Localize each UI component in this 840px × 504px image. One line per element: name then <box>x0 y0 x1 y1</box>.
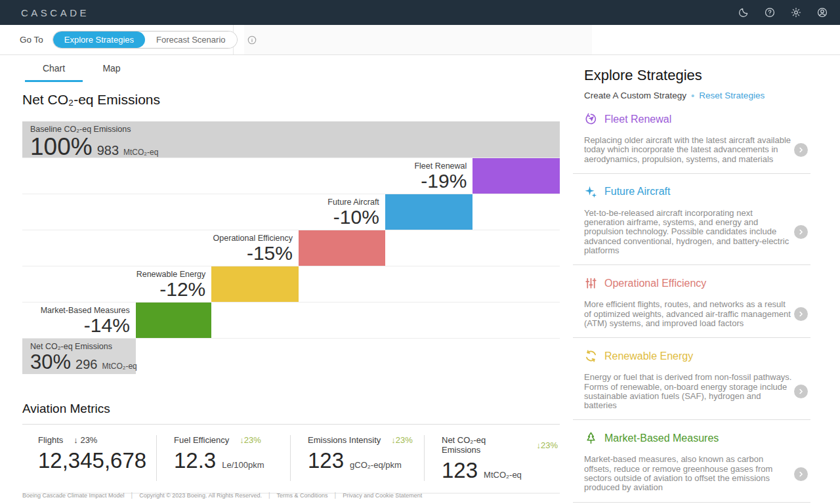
renewable-energy-icon <box>584 349 598 363</box>
bar-percent: 100% <box>30 135 93 159</box>
footer-text: Copyright © 2023 Boeing. All Rights Rese… <box>139 492 262 499</box>
strategy-list: Fleet Renewal Replacing older aircraft w… <box>573 112 810 503</box>
gear-icon[interactable] <box>790 7 802 18</box>
chevron-right-button[interactable] <box>794 307 808 321</box>
metric-unit: gCO₂-eq/pkm <box>350 461 402 469</box>
page: CASCADE Go To Explore Strategies Forecas… <box>0 0 840 504</box>
chevron-right-button[interactable] <box>794 385 808 398</box>
bar-percent: 30% <box>30 352 71 372</box>
metric-label: Emissions Intensity <box>308 435 381 445</box>
metric-label: Fuel Efficiency <box>174 435 229 445</box>
waterfall-bar-label: Fleet Renewal -19% <box>414 161 472 191</box>
metric-delta: ↓23% <box>240 435 261 445</box>
reset-strategies-link[interactable]: Reset Strategies <box>699 91 765 100</box>
strategy-description: Replacing older aircraft with the latest… <box>584 136 793 164</box>
strategy-title: Future Aircraft <box>604 186 670 198</box>
metric-delta: ↓ 23% <box>74 435 97 445</box>
waterfall-bar[interactable] <box>385 194 472 230</box>
strategy-divider <box>573 337 810 338</box>
waterfall-bar-label: Net CO₂-eq Emissions 30% 296 MtCO₂-eq <box>30 342 137 372</box>
create-custom-strategy-link[interactable]: Create A Custom Strategy <box>584 91 686 100</box>
bar-name: Baseline CO₂-eq Emissions <box>30 125 158 134</box>
chevron-right-button[interactable] <box>794 467 808 481</box>
bar-unit: MtCO₂-eq <box>102 362 136 370</box>
toggle-explore-strategies[interactable]: Explore Strategies <box>53 32 145 48</box>
bar-percent: -10% <box>333 207 379 227</box>
bar-name: Future Aircraft <box>327 198 379 207</box>
strategy-item: Fleet Renewal Replacing older aircraft w… <box>573 112 810 174</box>
chevron-right-button[interactable] <box>794 143 808 157</box>
view-toggle: Explore Strategies Forecast Scenario <box>52 31 238 49</box>
top-bar-icons <box>738 7 828 18</box>
metric-value: 123 <box>308 450 344 471</box>
metrics-rule <box>22 424 560 425</box>
metric-cell: Net CO₂-eq Emissions ↓23% 123 MtCO₂-eq <box>424 435 558 481</box>
metric-cell: Fuel Efficiency ↓23% 12.3 Le/100pkm <box>156 435 290 481</box>
sub-nav: Go To Explore Strategies Forecast Scenar… <box>0 25 840 55</box>
bar-percent: -14% <box>84 316 130 335</box>
aviation-metrics-section: Aviation Metrics Flights ↓ 23% 12,345,67… <box>22 402 560 494</box>
footer-link[interactable]: Terms & Conditions <box>277 492 328 499</box>
waterfall-bar-label: Operational Efficiency -15% <box>213 234 299 263</box>
strategy-title: Renewable Energy <box>604 350 693 362</box>
fleet-renewal-icon <box>584 112 598 126</box>
waterfall-bar[interactable] <box>472 158 560 194</box>
waterfall-bar[interactable] <box>299 230 385 266</box>
strategy-header: Market-Based Measures <box>573 431 810 445</box>
waterfall-bar-label: Renewable Energy -12% <box>136 270 212 299</box>
account-icon[interactable] <box>816 7 828 18</box>
help-icon[interactable] <box>764 7 776 18</box>
metric-cell: Emissions Intensity ↓23% 123 gCO₂-eq/pkm <box>290 435 424 481</box>
waterfall-row: Net CO₂-eq Emissions 30% 296 MtCO₂-eq <box>22 338 560 374</box>
chart-map-tabs: Chart Map <box>25 63 140 82</box>
waterfall-bar-label: Market-Based Measures -14% <box>41 306 136 335</box>
waterfall-chart: Baseline CO₂-eq Emissions 100% 983 MtCO₂… <box>22 121 560 374</box>
bar-name: Renewable Energy <box>136 270 206 279</box>
bar-name: Fleet Renewal <box>414 161 467 171</box>
aviation-metrics-title: Aviation Metrics <box>22 402 560 416</box>
footer-text: Boeing Cascade Climate Impact Model <box>22 492 125 499</box>
go-to-label: Go To <box>20 35 43 45</box>
bar-name: Net CO₂-eq Emissions <box>30 342 137 351</box>
footer: Boeing Cascade Climate Impact Model|Copy… <box>22 492 422 499</box>
chevron-right-button[interactable] <box>794 225 808 239</box>
dot-separator: • <box>691 90 694 101</box>
metric-value: 12.3 <box>174 450 216 471</box>
strategy-header: Fleet Renewal <box>573 112 810 126</box>
waterfall-row: Fleet Renewal -19% <box>22 158 560 194</box>
sub-nav-panel <box>244 25 592 54</box>
waterfall-row: Future Aircraft -10% <box>22 194 560 230</box>
metric-value: 123 <box>442 459 478 481</box>
chart-title: Net CO₂-eq Emissions <box>22 92 160 108</box>
bar-percent: -15% <box>247 243 293 263</box>
dark-mode-moon-icon[interactable] <box>738 7 749 18</box>
bar-percent: -19% <box>421 171 467 191</box>
metric-cell: Flights ↓ 23% 12,345,678 <box>22 435 156 481</box>
strategy-header: Renewable Energy <box>573 349 810 363</box>
bar-value: 983 <box>97 144 119 157</box>
waterfall-bar-label: Future Aircraft -10% <box>327 198 385 227</box>
strategy-header: Operational Efficiency <box>573 276 810 290</box>
cascade-logo: CASCADE <box>21 7 89 18</box>
waterfall-bar-label: Baseline CO₂-eq Emissions 100% 983 MtCO₂… <box>30 125 158 159</box>
waterfall-bar[interactable] <box>136 303 211 338</box>
info-icon[interactable] <box>247 35 257 45</box>
footer-separator: | <box>268 492 270 499</box>
strategy-item: Operational Efficiency More efficient fl… <box>573 276 810 338</box>
strategy-divider <box>573 264 810 265</box>
metrics-row: Flights ↓ 23% 12,345,678 Fuel Efficiency… <box>22 435 560 494</box>
tab-chart[interactable]: Chart <box>25 63 83 82</box>
future-aircraft-icon <box>584 185 598 199</box>
metric-unit: Le/100pkm <box>222 461 264 469</box>
strategy-item: Market-Based Measures Market-based measu… <box>573 431 810 502</box>
market-based-measures-icon <box>584 431 598 445</box>
footer-separator: | <box>131 492 133 499</box>
strategy-item: Renewable Energy Energy or fuel that is … <box>573 349 810 420</box>
waterfall-bar[interactable] <box>211 266 299 302</box>
strategy-item: Future Aircraft Yet-to-be-released aircr… <box>573 185 810 265</box>
tab-map[interactable]: Map <box>83 63 140 82</box>
footer-link[interactable]: Privacy and Cookie Statement <box>343 492 422 499</box>
toggle-forecast-scenario[interactable]: Forecast Scenario <box>145 32 237 48</box>
strategy-divider <box>573 419 810 420</box>
bar-unit: MtCO₂-eq <box>123 148 158 156</box>
